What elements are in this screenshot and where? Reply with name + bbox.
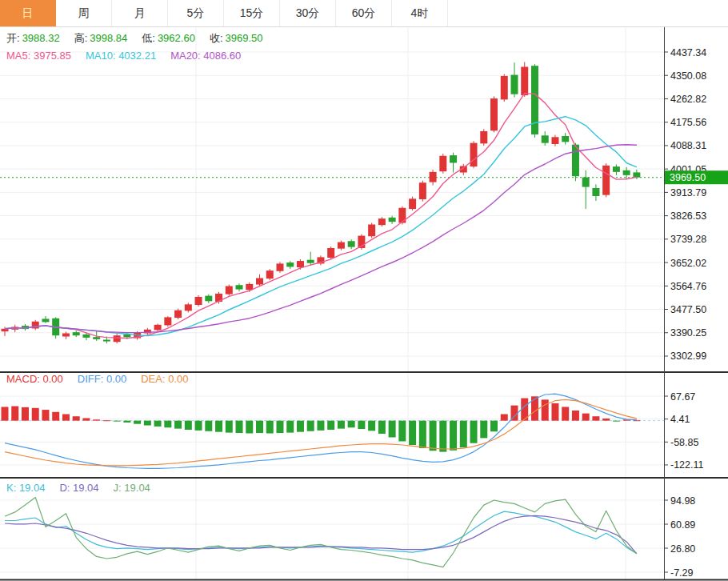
price-tick-label: 4437.34: [670, 47, 706, 58]
tab-5min[interactable]: 5分: [168, 0, 224, 26]
price-tick-label: 3564.76: [670, 281, 706, 292]
kdj-tick-label: 60.89: [670, 519, 695, 531]
price-axis: 4437.344350.084262.824175.564088.314001.…: [664, 27, 706, 579]
current-price-tag: 3969.50: [665, 170, 728, 184]
tab-60min[interactable]: 60分: [336, 0, 392, 26]
candlestick-series: [2, 62, 641, 344]
tab-4h[interactable]: 4时: [392, 0, 448, 26]
macd-tick-label: 67.67: [670, 391, 695, 403]
price-tick-label: 4350.08: [670, 70, 706, 82]
kdj-lines: [5, 498, 637, 567]
gridlines: [0, 27, 664, 579]
price-tick-label: 3913.79: [670, 187, 706, 198]
kline-chart-canvas[interactable]: 4437.344350.084262.824175.564088.314001.…: [0, 27, 728, 581]
macd-tick-label: -122.11: [670, 459, 704, 471]
price-tick-label: 3826.53: [670, 210, 706, 222]
price-tick-label: 3477.50: [670, 304, 706, 315]
tab-week[interactable]: 周: [56, 0, 112, 26]
price-tick-label: 4088.31: [670, 140, 706, 151]
price-tick-label: 3390.25: [670, 327, 706, 339]
price-tick-label: 4175.56: [670, 117, 706, 128]
macd-tick-label: 4.41: [670, 414, 690, 425]
price-tick-label: 3739.28: [670, 234, 706, 245]
chart-area: 4437.344350.084262.824175.564088.314001.…: [0, 27, 728, 581]
tab-month[interactable]: 月: [112, 0, 168, 26]
kdj-tick-label: 26.80: [670, 543, 695, 555]
kdj-tick-label: 94.98: [670, 495, 695, 507]
current-price-tag-text: 3969.50: [670, 172, 706, 183]
tab-day[interactable]: 日: [0, 0, 56, 26]
tab-15min[interactable]: 15分: [224, 0, 280, 26]
tab-30min[interactable]: 30分: [280, 0, 336, 26]
price-tick-label: 3652.02: [670, 258, 706, 269]
price-tick-label: 3302.99: [670, 351, 706, 362]
price-tick-label: 4262.82: [670, 94, 706, 105]
timeframe-tabbar: 日周月5分15分30分60分4时: [0, 0, 728, 27]
macd-tick-label: -58.85: [670, 437, 698, 448]
kdj-tick-label: -7.29: [670, 567, 694, 579]
